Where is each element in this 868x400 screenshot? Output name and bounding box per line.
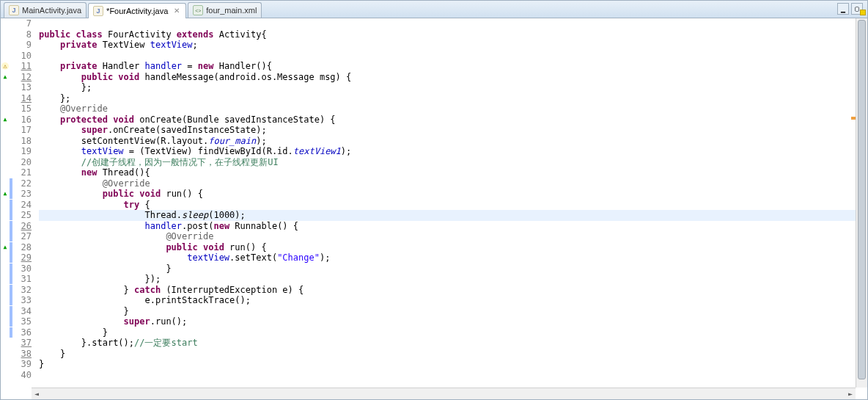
line-number: 27 <box>14 231 32 242</box>
line-number: 31 <box>14 274 32 285</box>
change-marker <box>10 285 12 295</box>
code-line[interactable]: } <box>39 359 867 370</box>
code-line[interactable]: super.run(); <box>39 316 867 327</box>
code-line[interactable]: setContentView(R.layout.four_main); <box>39 136 867 147</box>
change-marker <box>10 189 12 199</box>
line-number: 12 <box>14 72 32 83</box>
code-line[interactable]: try { <box>39 200 867 211</box>
change-marker <box>10 178 12 189</box>
code-line[interactable] <box>39 18 867 29</box>
override-marker-icon[interactable]: ▲ <box>1 190 9 197</box>
line-number: 36 <box>14 327 32 338</box>
line-number: 22 <box>14 178 32 189</box>
code-line[interactable]: @Override <box>39 103 867 114</box>
code-line[interactable]: super.onCreate(savedInstanceState); <box>39 125 867 136</box>
change-marker <box>10 252 12 263</box>
line-number: 40 <box>14 370 32 381</box>
line-number: 30 <box>14 263 32 274</box>
code-line[interactable]: } <box>39 349 867 360</box>
code-line[interactable]: } <box>39 306 867 317</box>
line-number: 28 <box>14 242 32 253</box>
code-line[interactable]: Thread.sleep(1000); <box>39 210 867 221</box>
line-number: 17 <box>14 125 32 136</box>
line-number: 38 <box>14 349 32 360</box>
code-line[interactable]: public void run() { <box>39 242 867 253</box>
line-number: 23 <box>14 189 32 200</box>
java-file-icon <box>93 6 103 16</box>
warning-marker-icon[interactable]: ⚠ <box>1 62 9 70</box>
change-marker <box>10 200 12 210</box>
code-line[interactable]: private TextView textView; <box>39 40 867 51</box>
change-marker <box>10 316 12 327</box>
scroll-left-icon[interactable]: ◄ <box>32 389 42 399</box>
line-number: 14 <box>14 93 32 104</box>
overview-mark <box>851 117 856 120</box>
code-line[interactable]: @Override <box>39 178 867 189</box>
code-line[interactable]: }; <box>39 93 867 104</box>
code-line[interactable]: textView = (TextView) findViewById(R.id.… <box>39 146 867 157</box>
window-controls: ▁ ▢ <box>837 3 863 15</box>
change-marker <box>10 295 12 305</box>
code-line[interactable]: @Override <box>39 231 867 242</box>
code-line[interactable]: }; <box>39 82 867 93</box>
java-file-icon <box>9 5 19 15</box>
code-line[interactable]: }); <box>39 274 867 285</box>
line-number: 33 <box>14 295 32 306</box>
editor-area: ⚠▲▲▲▲ 7891011121314151617181920212223242… <box>1 18 867 389</box>
override-marker-icon[interactable]: ▲ <box>1 244 9 251</box>
code-area[interactable]: public class FourActivity extends Activi… <box>36 18 867 389</box>
override-marker-icon[interactable]: ▲ <box>1 73 9 81</box>
change-marker <box>10 210 12 220</box>
close-icon[interactable]: ✕ <box>172 7 181 15</box>
code-line[interactable]: textView.setText("Change"); <box>39 252 867 263</box>
change-marker <box>10 306 12 316</box>
code-line[interactable]: public void handleMessage(android.os.Mes… <box>39 72 867 83</box>
code-line[interactable]: public void run() { <box>39 189 867 200</box>
code-line[interactable]: handler.post(new Runnable() { <box>39 221 867 232</box>
code-line[interactable] <box>39 51 867 62</box>
override-marker-icon[interactable]: ▲ <box>1 116 9 123</box>
code-line[interactable]: private Handler handler = new Handler(){ <box>39 61 867 72</box>
scroll-right-icon[interactable]: ► <box>845 389 856 399</box>
change-marker <box>10 231 12 241</box>
editor-window: MainActivity.java*FourActivity.java✕four… <box>0 0 868 400</box>
vertical-scrollbar[interactable] <box>856 18 867 388</box>
minimize-button[interactable]: ▁ <box>837 3 849 15</box>
code-line[interactable]: new Thread(){ <box>39 167 867 178</box>
code-line[interactable]: //创建子线程，因为一般情况下，在子线程更新UI <box>39 157 867 168</box>
overview-warning-icon <box>860 10 866 15</box>
line-number: 10 <box>14 51 32 62</box>
editor-tab-0[interactable]: MainActivity.java <box>4 2 87 18</box>
change-marker <box>10 274 12 284</box>
code-line[interactable]: } <box>39 327 867 338</box>
xml-file-icon <box>193 5 203 15</box>
editor-tab-2[interactable]: four_main.xml <box>188 2 262 18</box>
change-marker <box>10 221 12 231</box>
code-line[interactable] <box>39 370 867 381</box>
change-marker <box>10 242 12 252</box>
tab-bar: MainActivity.java*FourActivity.java✕four… <box>1 1 867 18</box>
line-number: 13 <box>14 82 32 93</box>
tab-label: *FourActivity.java <box>106 7 168 15</box>
line-number: 7 <box>14 18 32 29</box>
line-number: 39 <box>14 359 32 370</box>
line-number: 16 <box>14 114 32 126</box>
line-number: 25 <box>14 210 32 221</box>
editor-tab-1[interactable]: *FourActivity.java✕ <box>88 3 186 18</box>
vertical-scrollbar-thumb[interactable] <box>858 20 866 379</box>
code-line[interactable]: } catch (InterruptedException e) { <box>39 285 867 296</box>
tab-label: four_main.xml <box>206 6 257 15</box>
code-line[interactable]: } <box>39 263 867 274</box>
line-number: 32 <box>14 285 32 296</box>
horizontal-scrollbar[interactable]: ◄ ► <box>32 388 856 399</box>
line-number: 26 <box>14 221 32 232</box>
code-line[interactable]: e.printStackTrace(); <box>39 295 867 306</box>
line-number: 15 <box>14 103 32 114</box>
line-number: 11 <box>14 61 32 72</box>
code-line[interactable]: public class FourActivity extends Activi… <box>39 29 867 40</box>
line-number: 21 <box>14 167 32 178</box>
line-number: 34 <box>14 306 32 317</box>
line-number: 37 <box>14 338 32 349</box>
code-line[interactable]: }.start();//一定要start <box>39 338 867 349</box>
code-line[interactable]: protected void onCreate(Bundle savedInst… <box>39 114 867 126</box>
